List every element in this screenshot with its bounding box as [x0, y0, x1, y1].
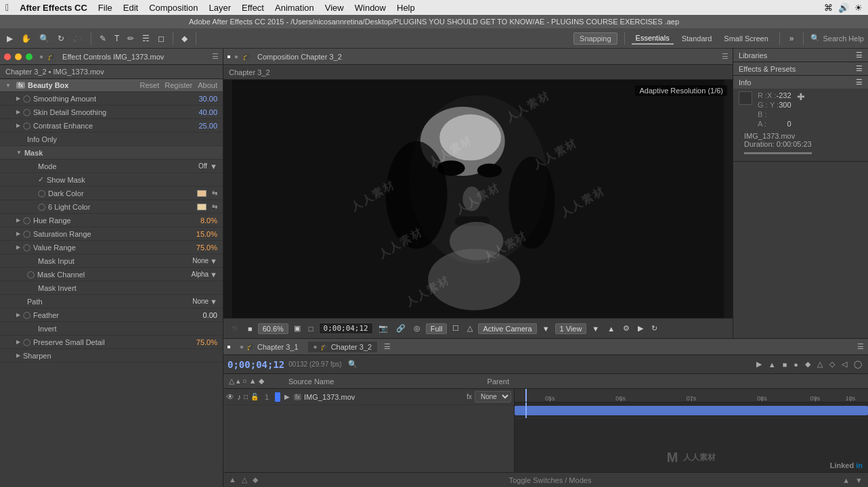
light-color-stopwatch[interactable]: ◯	[38, 203, 45, 210]
menu-help[interactable]: Help	[397, 3, 415, 13]
feather-value[interactable]: 0.00	[203, 311, 217, 319]
views-count-dropdown[interactable]: 1 View	[555, 323, 587, 334]
timecode-display[interactable]: 0;00;04;12	[319, 323, 373, 334]
sat-range-value[interactable]: 15.0%	[196, 230, 217, 238]
comp-tool-reset[interactable]: ↻	[649, 323, 660, 334]
menu-file[interactable]: File	[98, 3, 112, 13]
layer-name[interactable]: IMG_1373.mov	[304, 393, 461, 401]
smoothing-triangle[interactable]: ▶	[16, 95, 20, 101]
panel-max-btn[interactable]	[26, 53, 32, 60]
layer-expand-btn[interactable]: ▶	[283, 393, 291, 400]
tl-btn-4[interactable]: ●	[791, 358, 800, 370]
register-btn[interactable]: Register	[165, 81, 192, 89]
workspace-standard[interactable]: Standard	[678, 33, 716, 44]
skin-detail-triangle[interactable]: ▶	[16, 109, 20, 115]
tl-status-right-1[interactable]: ▲	[842, 476, 850, 484]
hue-range-stopwatch[interactable]: ◯	[23, 216, 30, 224]
quality-dropdown[interactable]: Full	[426, 323, 448, 334]
tl-status-icon-1[interactable]: ▲	[229, 476, 236, 484]
apple-menu[interactable]: 	[5, 2, 9, 13]
menu-animation[interactable]: Animation	[275, 3, 314, 13]
panel-min-btn[interactable]	[15, 53, 22, 60]
dark-color-stopwatch[interactable]: ◯	[38, 189, 45, 197]
info-panel-menu[interactable]: ☰	[856, 78, 863, 87]
hue-range-triangle[interactable]: ▶	[16, 217, 20, 223]
comp-close-btn[interactable]	[227, 55, 230, 58]
val-range-stopwatch[interactable]: ◯	[23, 244, 30, 251]
timeline-timecode[interactable]: 0;00;04;12	[227, 359, 284, 370]
layer-lock-icon[interactable]: 🔓	[251, 393, 259, 400]
path-value[interactable]: None	[192, 298, 209, 305]
views-dropdown-arrow[interactable]: ▼	[589, 323, 602, 334]
preserve-triangle[interactable]: ▶	[16, 339, 20, 345]
comp-tool-preview[interactable]: ▶	[635, 323, 646, 334]
libraries-menu[interactable]: ☰	[856, 51, 863, 60]
sat-range-stopwatch[interactable]: ◯	[23, 230, 30, 237]
contrast-triangle[interactable]: ▶	[16, 122, 20, 129]
path-arrow[interactable]: ▼	[210, 298, 217, 306]
light-color-arrows[interactable]: ⇆	[212, 203, 217, 210]
menu-edit[interactable]: Edit	[123, 3, 138, 13]
tl-status-icon-3[interactable]: ◆	[253, 476, 258, 484]
app-name[interactable]: After Effects CC	[20, 3, 87, 13]
parent-dropdown[interactable]: None	[475, 391, 511, 402]
about-btn[interactable]: About	[198, 81, 217, 89]
menu-layer[interactable]: Layer	[209, 3, 231, 13]
panel-menu-icon[interactable]: ☰	[212, 52, 219, 61]
mask-channel-stopwatch[interactable]: ◯	[27, 271, 35, 278]
timeline-tab-chapter31[interactable]: ● 🎓 Chapter 3_1	[234, 342, 304, 352]
tl-search-btn[interactable]: 🔍	[346, 358, 360, 370]
beauty-box-triangle[interactable]: ▼	[5, 83, 11, 89]
arrow-tool[interactable]: ▶	[4, 32, 16, 45]
tl-btn-7[interactable]: ◇	[827, 358, 837, 370]
comp-tool-resize[interactable]: ▣	[291, 323, 303, 334]
tl-status-right-2[interactable]: ▼	[855, 476, 863, 484]
toolbar-extend-btn[interactable]: »	[787, 32, 797, 45]
comp-panel-menu[interactable]: ☰	[722, 52, 729, 61]
invert-label[interactable]: Invert	[38, 325, 57, 333]
comp-tool-settings[interactable]: ⚙	[620, 323, 632, 334]
preserve-value[interactable]: 75.0%	[196, 338, 217, 346]
puppet-tool[interactable]: ◆	[179, 32, 190, 45]
tl-btn-3[interactable]: ■	[781, 358, 789, 370]
comp-tool-link[interactable]: 🔗	[393, 323, 408, 334]
camera-tool[interactable]: 🎥	[70, 32, 85, 45]
workspace-essentials[interactable]: Essentials	[632, 32, 674, 45]
show-mask-label[interactable]: Show Mask	[47, 176, 85, 184]
comp-tool-camera[interactable]: 📷	[376, 323, 391, 334]
skin-detail-value[interactable]: 40.00	[198, 108, 217, 116]
val-range-value[interactable]: 75.0%	[196, 244, 217, 252]
tl-btn-1[interactable]: ▶	[754, 358, 764, 370]
contrast-stopwatch[interactable]: ◯	[23, 122, 30, 129]
contrast-value[interactable]: 25.00	[198, 122, 217, 130]
mask-channel-arrow[interactable]: ▼	[210, 271, 217, 279]
smoothing-stopwatch[interactable]: ◯	[23, 95, 30, 102]
comp-tab-label[interactable]: Chapter 3_2	[229, 68, 270, 76]
mask-channel-value[interactable]: Alpha	[192, 271, 209, 278]
menu-window[interactable]: Window	[355, 3, 386, 13]
reset-btn[interactable]: Reset	[140, 81, 160, 89]
layer-solo-btn[interactable]: □	[244, 393, 248, 400]
skin-stopwatch[interactable]: ◯	[23, 108, 30, 116]
timeline-close-btn[interactable]	[227, 346, 230, 348]
text-tool[interactable]: T	[112, 32, 122, 45]
tl-btn-8[interactable]: ◁	[840, 358, 849, 370]
effects-presets-menu[interactable]: ☰	[856, 64, 863, 73]
eraser-tool[interactable]: ◻	[155, 32, 167, 45]
menu-effect[interactable]: Effect	[242, 3, 264, 13]
comp-tool-snapshot[interactable]: ◾	[227, 323, 242, 334]
layer-audio-icon[interactable]: ♪	[237, 392, 241, 402]
comp-tool-transparency[interactable]: ☐	[450, 323, 462, 334]
menu-composition[interactable]: Composition	[149, 3, 198, 13]
mask-input-value[interactable]: None	[192, 257, 209, 264]
rotate-tool[interactable]: ↻	[55, 32, 67, 45]
timeline-tab-chapter32[interactable]: ● 🎓 Chapter 3_2	[308, 342, 378, 352]
timeline-add-tab[interactable]: ☰	[384, 342, 391, 351]
hue-range-value[interactable]: 8.0%	[200, 216, 217, 225]
panel-close-btn[interactable]	[4, 53, 11, 60]
light-color-swatch[interactable]	[197, 204, 207, 210]
preserve-stopwatch[interactable]: ◯	[23, 338, 30, 346]
mode-dropdown-arrow[interactable]: ▼	[210, 162, 217, 170]
timeline-menu[interactable]: ☰	[857, 342, 864, 351]
mask-input-arrow[interactable]: ▼	[210, 257, 217, 265]
